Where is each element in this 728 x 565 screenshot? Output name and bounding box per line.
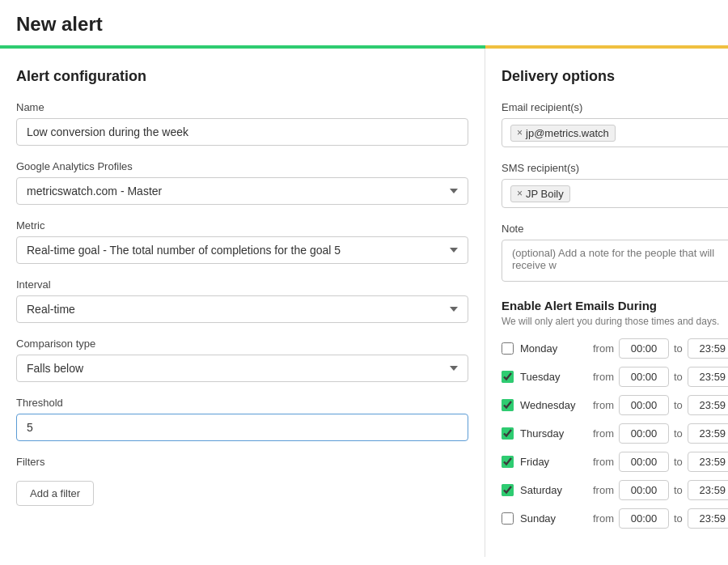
day-row: Fridayfromto [502, 452, 728, 472]
sms-recipient-group: SMS recipient(s) × JP Boily [502, 162, 728, 208]
day-from-input-thursday[interactable] [619, 423, 669, 444]
comparison-type-select[interactable]: Falls below [16, 355, 468, 382]
day-from-input-friday[interactable] [619, 452, 669, 472]
filters-section: Filters Add a filter [16, 456, 468, 506]
day-from-label: from [593, 484, 614, 496]
interval-select[interactable]: Real-time [16, 295, 468, 323]
day-checkbox-wednesday[interactable] [502, 399, 514, 411]
ga-profiles-select[interactable]: metricswatch.com - Master [16, 177, 468, 205]
day-to-label: to [674, 371, 683, 383]
interval-group: Interval Real-time [16, 278, 468, 323]
day-from-label: from [593, 371, 614, 383]
day-checkbox-sunday[interactable] [502, 512, 514, 525]
day-label-sunday: Sunday [520, 512, 593, 525]
day-row: Wednesdayfromto [502, 395, 728, 415]
day-to-label: to [674, 399, 683, 411]
delivery-options-title: Delivery options [502, 68, 728, 85]
interval-label: Interval [16, 278, 468, 291]
day-to-label: to [674, 484, 683, 496]
day-row: Sundayfromto [502, 508, 728, 529]
metric-label: Metric [16, 219, 468, 232]
day-to-label: to [674, 512, 683, 525]
sms-tag: × JP Boily [510, 185, 570, 202]
email-tag-value: jp@metrics.watch [526, 127, 609, 139]
day-from-label: from [593, 399, 614, 411]
email-recipient-label: Email recipient(s) [502, 101, 728, 113]
add-filter-button[interactable]: Add a filter [16, 481, 94, 506]
day-from-input-monday[interactable] [619, 338, 669, 359]
email-recipient-group: Email recipient(s) × jp@metrics.watch [502, 101, 728, 147]
name-label: Name [16, 101, 468, 113]
email-tag-remove[interactable]: × [517, 127, 523, 138]
day-checkbox-saturday[interactable] [502, 484, 514, 496]
enable-section-title: Enable Alert Emails During [502, 299, 728, 312]
day-from-label: from [593, 342, 614, 355]
day-checkbox-monday[interactable] [502, 342, 514, 355]
day-to-label: to [674, 456, 683, 468]
day-label-saturday: Saturday [520, 484, 593, 496]
day-to-input-sunday[interactable] [688, 508, 728, 529]
ga-profiles-label: Google Analytics Profiles [16, 160, 468, 172]
threshold-label: Threshold [16, 397, 468, 409]
footer-actions: ✓ Save Save & test [0, 557, 728, 565]
day-label-thursday: Thursday [520, 427, 593, 440]
page-title: New alert [16, 13, 712, 36]
note-textarea[interactable] [502, 240, 728, 282]
day-to-input-thursday[interactable] [688, 423, 728, 444]
name-group: Name [16, 101, 468, 146]
day-to-input-tuesday[interactable] [688, 367, 728, 387]
day-to-input-saturday[interactable] [688, 480, 728, 500]
day-to-label: to [674, 342, 683, 355]
day-from-input-saturday[interactable] [619, 480, 669, 500]
day-from-label: from [593, 427, 614, 440]
day-from-label: from [593, 456, 614, 468]
day-label-monday: Monday [520, 342, 593, 355]
threshold-group: Threshold [16, 397, 468, 441]
day-from-label: from [593, 512, 614, 525]
threshold-input[interactable] [16, 414, 468, 441]
email-tag: × jp@metrics.watch [510, 125, 616, 142]
day-from-input-wednesday[interactable] [619, 395, 669, 415]
day-label-tuesday: Tuesday [520, 371, 593, 383]
sms-tag-value: JP Boily [526, 188, 564, 200]
day-to-input-monday[interactable] [688, 338, 728, 359]
sms-recipient-label: SMS recipient(s) [502, 162, 728, 174]
day-to-input-friday[interactable] [688, 452, 728, 472]
enable-alert-section: Enable Alert Emails During We will only … [502, 299, 728, 529]
comparison-type-group: Comparison type Falls below [16, 338, 468, 382]
day-to-input-wednesday[interactable] [688, 395, 728, 415]
sms-tag-remove[interactable]: × [517, 188, 523, 199]
enable-section-desc: We will only alert you during those time… [502, 316, 728, 327]
day-row: Thursdayfromto [502, 423, 728, 444]
note-group: Note [502, 223, 728, 284]
day-from-input-sunday[interactable] [619, 508, 669, 529]
page-header: New alert [0, 0, 728, 45]
day-checkbox-thursday[interactable] [502, 427, 514, 440]
main-layout: Alert configuration Name Google Analytic… [0, 49, 728, 557]
day-row: Saturdayfromto [502, 480, 728, 500]
days-container: MondayfromtoTuesdayfromtoWednesdayfromto… [502, 338, 728, 529]
ga-profiles-group: Google Analytics Profiles metricswatch.c… [16, 160, 468, 205]
name-input[interactable] [16, 118, 468, 146]
day-row: Mondayfromto [502, 338, 728, 359]
email-recipient-box[interactable]: × jp@metrics.watch [502, 118, 728, 147]
left-panel: Alert configuration Name Google Analytic… [0, 49, 485, 557]
day-row: Tuesdayfromto [502, 367, 728, 387]
metric-group: Metric Real-time goal - The total number… [16, 219, 468, 264]
day-from-input-tuesday[interactable] [619, 367, 669, 387]
right-panel: Delivery options Email recipient(s) × jp… [485, 49, 728, 557]
day-checkbox-tuesday[interactable] [502, 371, 514, 383]
day-to-label: to [674, 427, 683, 440]
sms-recipient-box[interactable]: × JP Boily [502, 179, 728, 208]
comparison-type-label: Comparison type [16, 338, 468, 350]
metric-select[interactable]: Real-time goal - The total number of com… [16, 236, 468, 264]
day-checkbox-friday[interactable] [502, 456, 514, 468]
day-label-wednesday: Wednesday [520, 399, 593, 411]
filters-label: Filters [16, 456, 468, 468]
alert-config-title: Alert configuration [16, 68, 468, 85]
note-label: Note [502, 223, 728, 235]
day-label-friday: Friday [520, 456, 593, 468]
